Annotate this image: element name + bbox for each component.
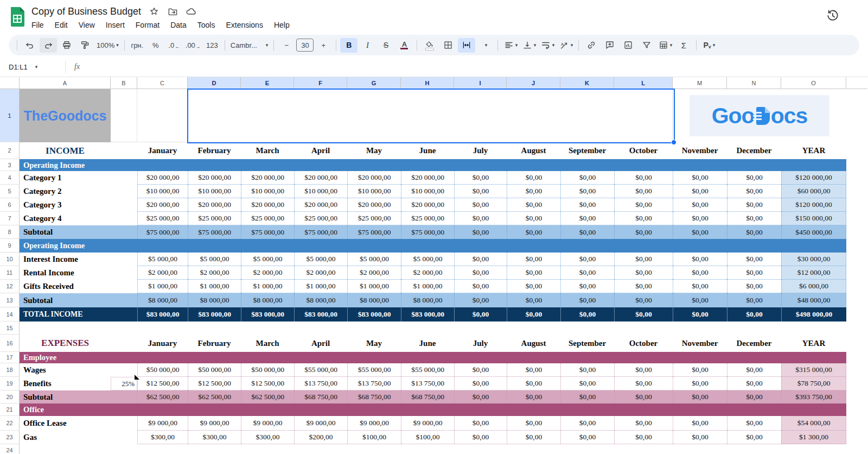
cell[interactable] xyxy=(111,225,137,239)
year-value-cell[interactable]: $393 750,00 xyxy=(781,390,846,403)
value-cell[interactable]: $20 000,00 xyxy=(401,198,454,212)
value-cell[interactable]: $0,00 xyxy=(673,280,727,293)
month-header[interactable]: September xyxy=(560,142,614,159)
borders-button[interactable] xyxy=(439,38,457,53)
menu-file[interactable]: File xyxy=(27,20,48,30)
value-cell[interactable]: $0,00 xyxy=(560,198,614,212)
row-label[interactable]: Category 3 xyxy=(20,198,111,212)
value-cell[interactable]: $0,00 xyxy=(454,253,507,266)
year-value-cell[interactable]: $48 000,00 xyxy=(781,293,846,307)
functions-button[interactable]: Σ xyxy=(675,38,692,53)
menu-tools[interactable]: Tools xyxy=(193,20,220,30)
month-header[interactable]: June xyxy=(401,142,454,159)
row-header-10[interactable]: 10 xyxy=(0,253,20,266)
row-header-18[interactable]: 18 xyxy=(0,363,20,377)
year-value-cell[interactable]: $120 000,00 xyxy=(781,198,846,212)
menu-data[interactable]: Data xyxy=(166,20,191,30)
version-history-icon[interactable] xyxy=(826,9,840,23)
col-header-J[interactable]: J xyxy=(507,77,560,89)
name-box[interactable]: D1:L1▾ xyxy=(0,63,61,71)
menu-help[interactable]: Help xyxy=(270,20,294,30)
month-header[interactable]: April xyxy=(294,335,347,352)
empty-row-cell[interactable] xyxy=(20,321,846,335)
value-cell[interactable]: $20 000,00 xyxy=(188,198,241,212)
thegoodocs-logo-cell[interactable]: TheGoodocs xyxy=(20,89,111,142)
goodocs-logo-cell[interactable]: Gooocs xyxy=(673,89,846,142)
value-cell[interactable]: $0,00 xyxy=(454,225,507,239)
value-cell[interactable]: $8 000,00 xyxy=(188,293,241,307)
year-value-cell[interactable]: $60 000,00 xyxy=(781,185,846,198)
redo-button[interactable] xyxy=(40,38,57,53)
value-cell[interactable]: $9 000,00 xyxy=(401,416,454,431)
value-cell[interactable]: $0,00 xyxy=(673,253,727,266)
formula-input[interactable] xyxy=(80,57,868,77)
value-cell[interactable]: $75 000,00 xyxy=(137,225,188,239)
value-cell[interactable]: $0,00 xyxy=(727,431,781,444)
row-header-15[interactable]: 15 xyxy=(0,321,20,335)
value-cell[interactable]: $20 000,00 xyxy=(294,171,347,185)
value-cell[interactable]: $0,00 xyxy=(614,416,673,431)
year-value-cell[interactable]: $54 000,00 xyxy=(781,416,846,431)
year-value-cell[interactable]: $78 750,00 xyxy=(781,377,846,390)
cell[interactable] xyxy=(111,431,137,444)
value-cell[interactable]: $0,00 xyxy=(673,390,727,403)
value-cell[interactable]: $75 000,00 xyxy=(294,225,347,239)
value-cell[interactable]: $9 000,00 xyxy=(241,416,294,431)
row-header-16[interactable]: 16 xyxy=(0,335,20,352)
value-cell[interactable]: $0,00 xyxy=(560,253,614,266)
paint-format-button[interactable] xyxy=(76,38,94,53)
value-cell[interactable]: $1 000,00 xyxy=(241,280,294,293)
col-header-D[interactable]: D xyxy=(188,77,241,89)
section-header-bar[interactable]: Operating Income xyxy=(20,159,846,171)
cell[interactable] xyxy=(111,390,137,403)
text-wrap-button[interactable]: ▾ xyxy=(539,38,556,53)
decrease-decimal-button[interactable]: .0← xyxy=(165,38,183,53)
value-cell[interactable]: $83 000,00 xyxy=(137,307,188,321)
row-header-7[interactable]: 7 xyxy=(0,212,20,225)
value-cell[interactable]: $25 000,00 xyxy=(137,212,188,225)
year-header[interactable]: YEAR xyxy=(781,335,846,352)
value-cell[interactable]: $20 000,00 xyxy=(241,198,294,212)
value-cell[interactable]: $0,00 xyxy=(727,266,781,280)
value-cell[interactable]: $75 000,00 xyxy=(347,225,401,239)
row-label[interactable]: Interest Income xyxy=(20,253,111,266)
text-color-button[interactable]: A xyxy=(395,38,413,53)
value-cell[interactable]: $0,00 xyxy=(507,416,560,431)
month-header[interactable]: October xyxy=(614,142,673,159)
value-cell[interactable]: $1 000,00 xyxy=(188,280,241,293)
cell[interactable] xyxy=(111,212,137,225)
value-cell[interactable]: $0,00 xyxy=(507,253,560,266)
value-cell[interactable]: $0,00 xyxy=(673,416,727,431)
value-cell[interactable]: $50 000,00 xyxy=(241,363,294,377)
value-cell[interactable]: $13 750,00 xyxy=(294,377,347,390)
value-cell[interactable]: $0,00 xyxy=(507,431,560,444)
row-label[interactable]: Subtotal xyxy=(20,390,111,403)
value-cell[interactable]: $0,00 xyxy=(560,266,614,280)
year-value-cell[interactable]: $120 000,00 xyxy=(781,171,846,185)
value-cell[interactable]: $0,00 xyxy=(454,293,507,307)
create-filter-button[interactable] xyxy=(638,38,655,53)
row-header-1[interactable]: 1 xyxy=(0,89,20,142)
value-cell[interactable]: $0,00 xyxy=(673,293,727,307)
value-cell[interactable]: $8 000,00 xyxy=(137,293,188,307)
percent-format-button[interactable]: % xyxy=(147,38,164,53)
value-cell[interactable]: $12 500,00 xyxy=(241,377,294,390)
value-cell[interactable]: $25 000,00 xyxy=(401,212,454,225)
year-value-cell[interactable]: $450 000,00 xyxy=(781,225,846,239)
value-cell[interactable]: $0,00 xyxy=(727,185,781,198)
col-header-B[interactable]: B xyxy=(111,77,137,89)
value-cell[interactable]: $62 500,00 xyxy=(241,390,294,403)
vertical-align-button[interactable]: ▾ xyxy=(520,38,538,53)
year-value-cell[interactable]: $30 000,00 xyxy=(781,253,846,266)
merge-cells-button[interactable] xyxy=(458,38,475,53)
value-cell[interactable]: $83 000,00 xyxy=(294,307,347,321)
row-label[interactable]: Office Lease xyxy=(20,416,111,431)
value-cell[interactable]: $0,00 xyxy=(727,212,781,225)
increase-decimal-button[interactable]: .00→ xyxy=(184,38,202,53)
value-cell[interactable]: $20 000,00 xyxy=(188,171,241,185)
row-label[interactable]: Benefits xyxy=(20,377,111,390)
value-cell[interactable]: $8 000,00 xyxy=(294,293,347,307)
row-header-21[interactable]: 21 xyxy=(0,403,20,416)
value-cell[interactable]: $0,00 xyxy=(507,363,560,377)
value-cell[interactable]: $75 000,00 xyxy=(241,225,294,239)
